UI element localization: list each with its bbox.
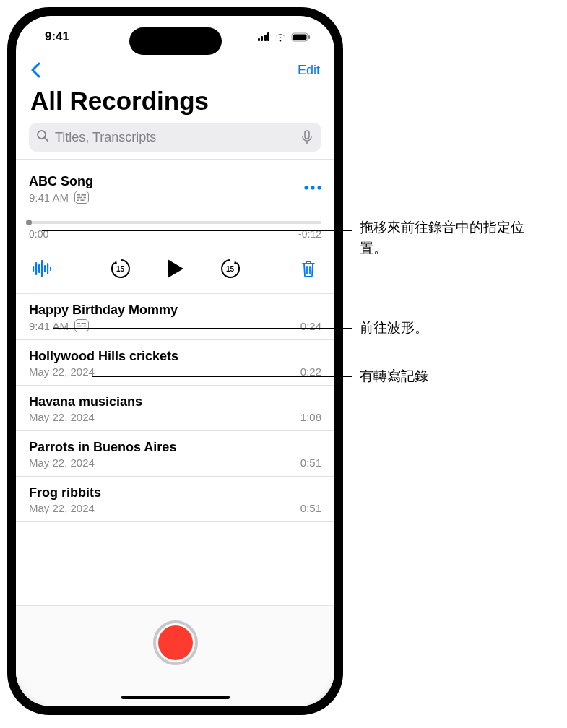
- svg-rect-7: [82, 194, 87, 196]
- callout-line: [42, 230, 352, 231]
- svg-rect-8: [77, 196, 82, 198]
- status-right: [258, 32, 312, 42]
- more-options-button[interactable]: [304, 174, 321, 194]
- playback-scrubber[interactable]: [29, 221, 321, 224]
- svg-point-14: [317, 186, 321, 189]
- recording-duration: 1:08: [300, 411, 321, 423]
- skip-forward-label: 15: [226, 265, 234, 273]
- svg-rect-21: [50, 266, 51, 271]
- svg-rect-6: [77, 194, 80, 196]
- home-indicator[interactable]: [121, 696, 230, 699]
- microphone-icon[interactable]: [300, 130, 314, 144]
- recording-subtitle: May 22, 2024: [29, 456, 95, 469]
- player-controls: 15 15: [29, 256, 321, 286]
- recording-title: Hollywood Hills crickets: [29, 349, 178, 364]
- recording-subtitle: May 22, 2024: [29, 502, 95, 514]
- recording-duration: 0:51: [300, 456, 321, 469]
- svg-rect-17: [38, 264, 40, 273]
- svg-rect-5: [305, 131, 309, 139]
- recording-title: Havana musicians: [29, 394, 142, 410]
- svg-rect-9: [84, 196, 87, 198]
- svg-rect-23: [82, 323, 87, 324]
- svg-point-13: [311, 186, 314, 189]
- waveform-button[interactable]: [29, 256, 55, 282]
- svg-rect-15: [33, 266, 34, 272]
- callout-line: [53, 328, 352, 329]
- callout-waveform: 前往波形。: [360, 318, 428, 339]
- record-button[interactable]: [153, 620, 198, 665]
- dynamic-island: [129, 27, 222, 55]
- recording-item[interactable]: Hollywood Hills crickets May 22, 2024 0:…: [16, 340, 334, 386]
- callout-transcript: 有轉寫記錄: [360, 366, 428, 387]
- play-button[interactable]: [163, 256, 189, 282]
- cellular-signal-icon: [258, 32, 270, 41]
- phone-screen: 9:41 Edit All Recordings: [16, 16, 334, 706]
- recording-duration: 0:51: [300, 502, 321, 514]
- search-bar[interactable]: Titles, Transcripts: [29, 123, 321, 152]
- callout-scrubber: 拖移來前往錄音中的指定位置。: [360, 217, 533, 259]
- recording-subtitle: May 22, 2024: [29, 411, 95, 423]
- svg-rect-20: [47, 263, 48, 274]
- bottom-toolbar: [16, 605, 334, 706]
- recording-duration: 0:24: [300, 320, 321, 332]
- recording-item[interactable]: Havana musicians May 22, 2024 1:08: [16, 386, 334, 431]
- svg-rect-1: [293, 34, 307, 40]
- transcript-icon: [74, 319, 89, 332]
- svg-rect-10: [77, 199, 79, 201]
- delete-button[interactable]: [295, 256, 321, 282]
- recording-item[interactable]: Happy Birthday Mommy 9:41 AM 0:24: [16, 294, 334, 340]
- transcript-icon: [74, 191, 89, 204]
- svg-rect-18: [41, 260, 43, 277]
- recording-subtitle: 9:41 AM: [29, 320, 69, 332]
- svg-rect-25: [84, 325, 87, 326]
- recording-title: Frog ribbits: [29, 485, 101, 500]
- page-title: All Recordings: [16, 87, 334, 123]
- recording-item-expanded: ABC Song 9:41 AM: [16, 165, 334, 294]
- svg-point-12: [304, 186, 308, 189]
- svg-rect-2: [308, 35, 310, 39]
- back-button[interactable]: [25, 59, 46, 81]
- svg-rect-24: [77, 325, 82, 326]
- wifi-icon: [274, 32, 287, 42]
- recording-title: ABC Song: [29, 174, 93, 189]
- scrubber-thumb[interactable]: [26, 220, 32, 225]
- svg-rect-11: [81, 199, 85, 201]
- recording-subtitle: May 22, 2024: [29, 365, 95, 378]
- phone-frame: 9:41 Edit All Recordings: [7, 7, 343, 715]
- record-button-inner: [158, 625, 193, 660]
- recording-title: Parrots in Buenos Aires: [29, 440, 176, 455]
- svg-rect-22: [77, 323, 80, 324]
- recording-item[interactable]: Frog ribbits May 22, 2024 0:51: [16, 477, 334, 522]
- edit-button[interactable]: Edit: [298, 63, 320, 78]
- search-placeholder: Titles, Transcripts: [55, 130, 294, 145]
- svg-rect-16: [35, 262, 37, 275]
- skip-forward-15-button[interactable]: 15: [217, 256, 243, 282]
- recording-item[interactable]: Parrots in Buenos Aires May 22, 2024 0:5…: [16, 431, 334, 477]
- svg-point-3: [38, 131, 46, 139]
- battery-icon: [291, 32, 311, 42]
- skip-back-label: 15: [116, 265, 124, 273]
- nav-bar: Edit: [16, 58, 334, 87]
- status-time: 9:41: [45, 30, 69, 44]
- callout-line: [92, 376, 352, 377]
- search-icon: [36, 129, 49, 146]
- recording-title: Happy Birthday Mommy: [29, 303, 178, 318]
- recording-subtitle: 9:41 AM: [29, 191, 69, 204]
- skip-back-15-button[interactable]: 15: [108, 256, 134, 282]
- svg-rect-19: [44, 265, 46, 272]
- svg-line-4: [45, 138, 48, 141]
